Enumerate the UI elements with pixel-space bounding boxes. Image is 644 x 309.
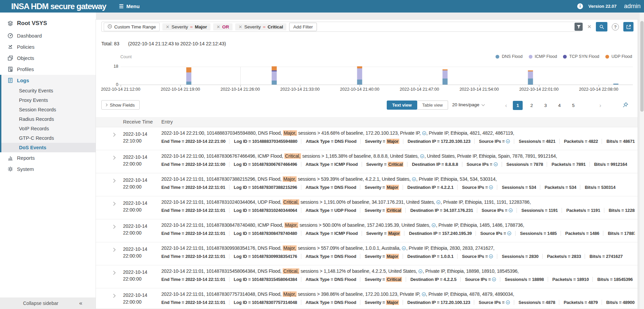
prev-page-button[interactable]: ‹ [499, 102, 513, 109]
page-button-4[interactable]: 4 [555, 101, 564, 110]
policies-icon [7, 44, 13, 50]
help-icon[interactable]: ? [612, 23, 619, 30]
page-button-2[interactable]: 2 [527, 101, 537, 110]
tab-table-view[interactable]: Table view [417, 101, 448, 110]
entry-text: sessions > 416.68% of baseline, 172.20.1… [297, 130, 422, 136]
entry-text: , United States, Private IP, Ethiopia, S… [424, 153, 557, 159]
entry-summary-line: 2022-10-14 22:11:00, 1014878306767466496… [161, 153, 635, 159]
source-ips-icon[interactable] [422, 291, 426, 297]
source-ips-icon[interactable] [489, 254, 493, 259]
bar-segment-icmp-flood [186, 72, 192, 82]
filter-funnel-button[interactable] [575, 23, 583, 31]
sidebar-item-label: Profiles [17, 66, 34, 72]
field-value: 1014878307388215296 [252, 185, 297, 190]
page-button-5[interactable]: 5 [568, 101, 578, 110]
sidebar-item-proxy-events[interactable]: Proxy Events [1, 95, 96, 105]
source-ips-icon[interactable] [506, 139, 510, 144]
filter-bar[interactable]: Custom Time Range ✕Severity=Major✕OR✕Sev… [101, 22, 581, 32]
next-page-button[interactable]: › [593, 102, 607, 109]
tab-text-view[interactable]: Text view [387, 101, 417, 110]
entry-fields-line: End Time = 2022-10-14 22:11:00Log ID = 1… [161, 162, 635, 167]
page-button-3[interactable]: 3 [541, 101, 550, 110]
sidebar-item-gtp-c-records[interactable]: GTP-C Records [1, 133, 96, 143]
entry-field-end-time: End Time = 2022-10-14 22:11:01 [161, 300, 225, 305]
legend-item-icmp-flood[interactable]: ICMP Flood [529, 54, 557, 59]
sidebar-item-logs[interactable]: Logs [1, 75, 96, 86]
field-value: 534 [569, 185, 576, 190]
filter-chip-critical[interactable]: ✕Severity=Critical [235, 23, 286, 30]
sidebar-item-reports[interactable]: Reports [0, 152, 96, 163]
source-ips-icon[interactable] [402, 245, 406, 251]
legend-item-dns-flood[interactable]: DNS Flood [496, 54, 522, 59]
sidebar-item-root-vsys[interactable]: Root VSYS [0, 17, 96, 30]
clear-filter-icon[interactable]: ✕ [587, 24, 591, 30]
scrollbar-track[interactable] [640, 13, 644, 309]
sidebar-item-dashboard[interactable]: Dashboard [0, 30, 96, 41]
sidebar-item-dos-events[interactable]: DoS Events [1, 143, 96, 152]
sidebar-item-objects[interactable]: Objects [0, 52, 96, 64]
expand-row-icon[interactable] [112, 294, 115, 297]
source-ips-icon[interactable] [489, 185, 493, 190]
sidebar-item-radius-records[interactable]: Radius Records [1, 114, 96, 124]
legend-dot [563, 55, 567, 59]
source-ips-icon[interactable] [507, 231, 511, 236]
export-button[interactable] [623, 22, 633, 31]
remove-chip-icon[interactable]: ✕ [239, 24, 242, 29]
sidebar-item-session-records[interactable]: Session Records [1, 105, 96, 114]
source-ips-icon[interactable] [492, 277, 496, 282]
sidebar-item-system[interactable]: System [0, 163, 96, 175]
source-ips-icon[interactable] [418, 268, 423, 274]
source-ips-icon[interactable] [422, 130, 426, 136]
pin-icon[interactable] [622, 102, 628, 109]
entry-fields-line: End Time = 2022-10-14 22:21:00Log ID = 1… [161, 139, 635, 144]
source-ips-icon[interactable] [420, 153, 424, 159]
entry-fields-line: End Time = 2022-10-14 22:11:01Log ID = 1… [161, 185, 635, 190]
entry-field-packets-s: Packets/s = 1191 [562, 208, 600, 213]
entry-field-packets-s: Packets/s = 2833 [542, 254, 581, 259]
expand-row-icon[interactable] [112, 133, 115, 136]
source-ips-icon[interactable] [494, 162, 498, 167]
expand-row-icon[interactable] [112, 179, 115, 182]
time-range-chip[interactable]: Custom Time Range [104, 23, 160, 31]
sidebar-item-label: Reports [17, 155, 35, 161]
show-fields-button[interactable]: Show Fields [101, 100, 140, 110]
source-ips-icon[interactable] [506, 300, 510, 305]
entry-summary-line: 2022-10-14 22:21:00, 1014888370345594880… [161, 130, 635, 136]
scrollbar-thumb[interactable] [640, 21, 644, 112]
add-filter-button[interactable]: Add Filter [289, 23, 317, 31]
user-menu[interactable]: admin [624, 3, 641, 10]
collapse-sidebar-button[interactable]: Collapse sidebar « [0, 297, 96, 309]
expand-row-icon[interactable] [112, 202, 115, 205]
remove-chip-icon[interactable]: ✕ [166, 24, 169, 29]
filter-chip-or[interactable]: ✕OR [213, 23, 233, 30]
time-range-text: (2022-10-14 21:12:43 to 2022-10-14 22:12… [128, 41, 226, 46]
expand-row-icon[interactable] [112, 248, 115, 251]
expand-row-icon[interactable] [112, 271, 115, 274]
sidebar-item-profiles[interactable]: Profiles [0, 64, 96, 75]
lines-per-page-dropdown[interactable]: 20 lines/page [452, 102, 484, 107]
field-value: 4890034 [623, 300, 635, 305]
entry-text: sessions > 398.86% of baseline, 172.20.1… [297, 291, 422, 297]
legend-item-tcp-syn-flood[interactable]: TCP SYN Flood [563, 54, 599, 59]
legend-item-udp-flood[interactable]: UDP Flood [605, 54, 632, 59]
filter-chip-major[interactable]: ✕Severity=Major [162, 23, 210, 30]
info-icon[interactable]: i [577, 3, 583, 9]
entry-cell: 2022-10-14 22:11:01, 1014878308478740480… [161, 222, 635, 236]
remove-chip-icon[interactable]: ✕ [217, 24, 220, 29]
field-value: 1.0.0.1 [441, 254, 454, 259]
search-button[interactable] [596, 22, 607, 31]
reports-icon [7, 155, 13, 161]
expand-row-icon[interactable] [112, 225, 115, 228]
sidebar-item-voip-records[interactable]: VoIP Records [1, 124, 96, 133]
menu-button[interactable]: ☰ Menu [119, 3, 140, 9]
source-ips-icon[interactable] [436, 199, 441, 205]
source-ips-icon[interactable] [412, 176, 416, 182]
expand-row-icon[interactable] [112, 156, 115, 159]
source-ips-icon[interactable] [431, 222, 436, 228]
sidebar-item-policies[interactable]: Policies [0, 41, 96, 52]
sidebar-item-security-events[interactable]: Security Events [1, 86, 96, 95]
x-tick-mark [360, 85, 360, 87]
page-button-1[interactable]: 1 [513, 101, 523, 110]
pagination: ‹12345› [499, 101, 628, 110]
source-ips-icon[interactable] [508, 208, 513, 213]
